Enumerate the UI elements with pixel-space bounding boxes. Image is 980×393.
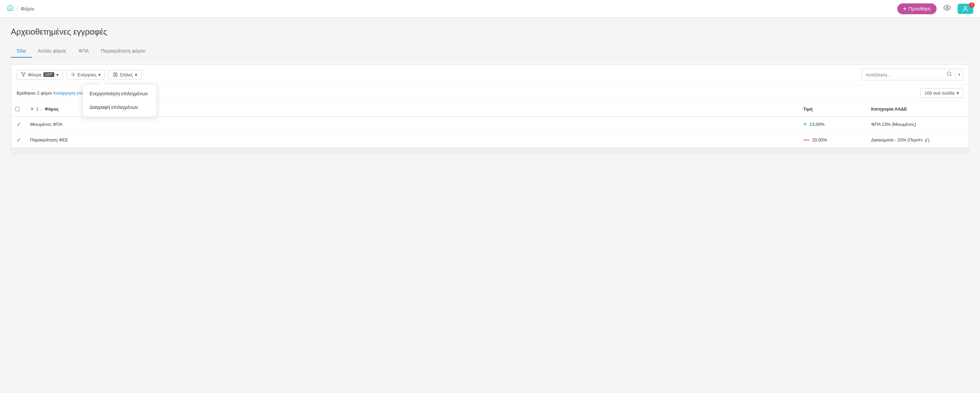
- tabs-container: Όλα Απλός φόρος ΦΠΑ Παρακράτηση φόρου: [11, 45, 969, 58]
- row2-check-icon[interactable]: ✓: [17, 137, 21, 143]
- topbar: / Φόροι + Προσθήκη 2: [0, 0, 980, 18]
- search-input[interactable]: [862, 70, 943, 80]
- search-dropdown-button[interactable]: ▾: [955, 70, 963, 79]
- filters-chevron: ▾: [56, 72, 59, 77]
- sort-num: 1: [36, 107, 38, 111]
- actions-label: Ενέργειες: [78, 72, 97, 77]
- tab-withholding[interactable]: Παρακράτηση φόρου: [95, 45, 151, 58]
- svg-point-6: [947, 72, 951, 76]
- filters-label: Φίλτρα: [28, 72, 41, 77]
- filters-button[interactable]: Φίλτρα OFF ▾: [17, 70, 63, 80]
- actions-dropdown-menu: Ενεργοποίηση επιλεγμένων Διαγραφή επιλεγ…: [83, 84, 157, 117]
- row1-tax-label: Μειωμένος ΦΠΑ: [30, 122, 62, 127]
- plus-icon: +: [904, 6, 907, 12]
- home-icon[interactable]: [7, 5, 14, 13]
- row2-value-cell: — 20,00%: [799, 132, 867, 148]
- search-button[interactable]: [943, 69, 955, 80]
- user-button[interactable]: 2: [958, 4, 973, 14]
- svg-point-0: [946, 7, 948, 9]
- results-text: Βρέθηκαν 2 φόροι: [17, 91, 52, 95]
- svg-rect-5: [116, 73, 117, 76]
- breadcrumb-separator: /: [16, 6, 18, 12]
- col-value-label: Τιμή: [803, 107, 813, 111]
- row1-check-icon[interactable]: ✓: [17, 121, 21, 127]
- activate-selected-item[interactable]: Ενεργοποίηση επιλεγμένων: [83, 87, 157, 100]
- col-header-check: [11, 105, 26, 114]
- topbar-actions: + Προσθήκη 2: [897, 3, 973, 14]
- row2-category-cell: Δικαιώματα - 20% (Περιπτ. γ'): [867, 133, 969, 146]
- add-button[interactable]: + Προσθήκη: [897, 3, 937, 14]
- eye-button[interactable]: [941, 3, 953, 14]
- row1-tax-cell[interactable]: Μειωμένος ΦΠΑ: [26, 118, 799, 131]
- svg-point-1: [964, 6, 966, 8]
- row2-value-indicator: —: [803, 136, 810, 143]
- breadcrumb-label: Φόροι: [20, 6, 34, 11]
- sort-desc-icon: ↓: [40, 107, 43, 111]
- row1-value-indicator: +: [803, 121, 807, 128]
- col-tax-label: Φόρος: [45, 107, 59, 111]
- svg-point-3: [73, 74, 74, 75]
- col-header-category[interactable]: Κατηγορία ΑΑΔΕ: [867, 105, 969, 114]
- page-size-button[interactable]: 100 ανά σελίδα ▾: [920, 88, 963, 98]
- sort-x-icon: ✕: [30, 107, 34, 111]
- svg-rect-4: [114, 73, 115, 76]
- breadcrumb: / Φόροι: [7, 5, 897, 13]
- row2-value: 20,00%: [812, 137, 827, 142]
- tab-all[interactable]: Όλα: [11, 45, 32, 58]
- row1-category: ΦΠΑ 13% (Μειωμένος): [871, 122, 916, 127]
- row1-value-cell: + 13,00%: [799, 117, 867, 132]
- table-card: Φίλτρα OFF ▾ Ενέργειες ▾ Στήλες ▾ ▾: [11, 64, 969, 154]
- svg-line-7: [950, 75, 951, 76]
- user-badge: 2: [969, 2, 975, 8]
- col-category-label: Κατηγορία ΑΑΔΕ: [871, 107, 907, 111]
- off-badge: OFF: [43, 72, 54, 77]
- col-header-value[interactable]: Τιμή: [799, 105, 867, 114]
- row2-check-cell: ✓: [11, 132, 26, 147]
- actions-chevron: ▾: [98, 72, 101, 77]
- row2-tax-label: Παρακράτηση ΦΕΕ: [30, 137, 68, 142]
- page-size-label: 100 ανά σελίδα: [925, 91, 955, 95]
- add-button-label: Προσθήκη: [908, 6, 931, 11]
- search-wrap: ▾: [861, 69, 963, 80]
- row1-category-cell: ΦΠΑ 13% (Μειωμένος): [867, 118, 969, 131]
- svg-marker-2: [21, 73, 25, 76]
- scroll-area[interactable]: [11, 148, 969, 154]
- row1-value: 13,00%: [810, 122, 825, 127]
- toolbar: Φίλτρα OFF ▾ Ενέργειες ▾ Στήλες ▾ ▾: [11, 65, 969, 85]
- actions-button[interactable]: Ενέργειες ▾: [67, 70, 105, 80]
- columns-label: Στήλες: [120, 72, 133, 77]
- tab-vat[interactable]: ΦΠΑ: [72, 45, 95, 58]
- row2-category: Δικαιώματα - 20% (Περιπτ. γ'): [871, 137, 929, 142]
- table-row: ✓ Μειωμένος ΦΠΑ + 13,00% ΦΠΑ 13% (Μειωμέ…: [11, 117, 969, 132]
- main-content: Αρχειοθετημένες εγγραφές Όλα Απλός φόρος…: [0, 18, 980, 154]
- table-row: ✓ Παρακράτηση ΦΕΕ — 20,00% Δικαιώματα - …: [11, 132, 969, 148]
- row1-check-cell: ✓: [11, 117, 26, 132]
- columns-chevron: ▾: [135, 72, 137, 77]
- select-all-checkbox[interactable]: [15, 107, 20, 111]
- tab-simple[interactable]: Απλός φόρος: [32, 45, 73, 58]
- columns-button[interactable]: Στήλες ▾: [108, 70, 142, 80]
- row2-tax-cell[interactable]: Παρακράτηση ΦΕΕ: [26, 133, 799, 146]
- page-title: Αρχειοθετημένες εγγραφές: [11, 27, 969, 37]
- delete-selected-item[interactable]: Διαγραφή επιλεγμένων: [83, 100, 157, 114]
- page-size-chevron: ▾: [956, 91, 959, 95]
